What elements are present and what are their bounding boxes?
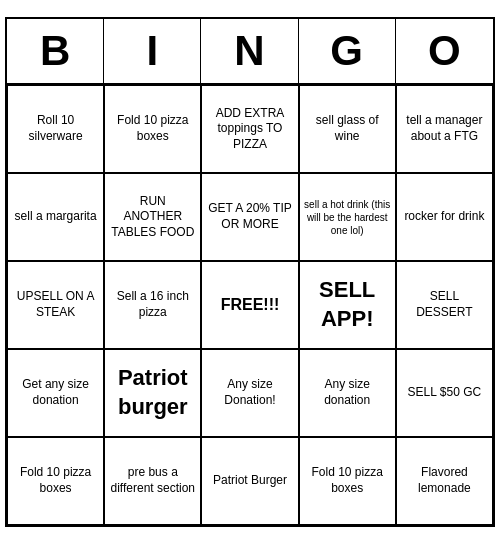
bingo-cell-22: Patriot Burger — [201, 437, 298, 525]
bingo-cell-23: Fold 10 pizza boxes — [299, 437, 396, 525]
bingo-cell-9: rocker for drink — [396, 173, 493, 261]
bingo-letter-g: G — [299, 19, 396, 83]
bingo-letter-b: B — [7, 19, 104, 83]
bingo-cell-20: Fold 10 pizza boxes — [7, 437, 104, 525]
bingo-cell-17: Any size Donation! — [201, 349, 298, 437]
bingo-card: BINGO Roll 10 silverwareFold 10 pizza bo… — [5, 17, 495, 527]
bingo-cell-13: SELL APP! — [299, 261, 396, 349]
bingo-cell-12: FREE!!! — [201, 261, 298, 349]
bingo-cell-15: Get any size donation — [7, 349, 104, 437]
bingo-cell-3: sell glass of wine — [299, 85, 396, 173]
bingo-cell-8: sell a hot drink (this will be the harde… — [299, 173, 396, 261]
bingo-cell-6: RUN ANOTHER TABLES FOOD — [104, 173, 201, 261]
bingo-cell-14: SELL DESSERT — [396, 261, 493, 349]
bingo-cell-1: Fold 10 pizza boxes — [104, 85, 201, 173]
bingo-cell-21: pre bus a different section — [104, 437, 201, 525]
bingo-cell-11: Sell a 16 inch pizza — [104, 261, 201, 349]
bingo-cell-0: Roll 10 silverware — [7, 85, 104, 173]
bingo-letter-i: I — [104, 19, 201, 83]
bingo-cell-7: GET A 20% TIP OR MORE — [201, 173, 298, 261]
bingo-grid: Roll 10 silverwareFold 10 pizza boxesADD… — [7, 85, 493, 525]
bingo-header: BINGO — [7, 19, 493, 85]
bingo-cell-2: ADD EXTRA toppings TO PIZZA — [201, 85, 298, 173]
bingo-cell-19: SELL $50 GC — [396, 349, 493, 437]
bingo-cell-5: sell a margarita — [7, 173, 104, 261]
bingo-letter-n: N — [201, 19, 298, 83]
bingo-cell-24: Flavored lemonade — [396, 437, 493, 525]
bingo-cell-18: Any size donation — [299, 349, 396, 437]
bingo-cell-10: UPSELL ON A STEAK — [7, 261, 104, 349]
bingo-cell-16: Patriot burger — [104, 349, 201, 437]
bingo-cell-4: tell a manager about a FTG — [396, 85, 493, 173]
bingo-letter-o: O — [396, 19, 493, 83]
